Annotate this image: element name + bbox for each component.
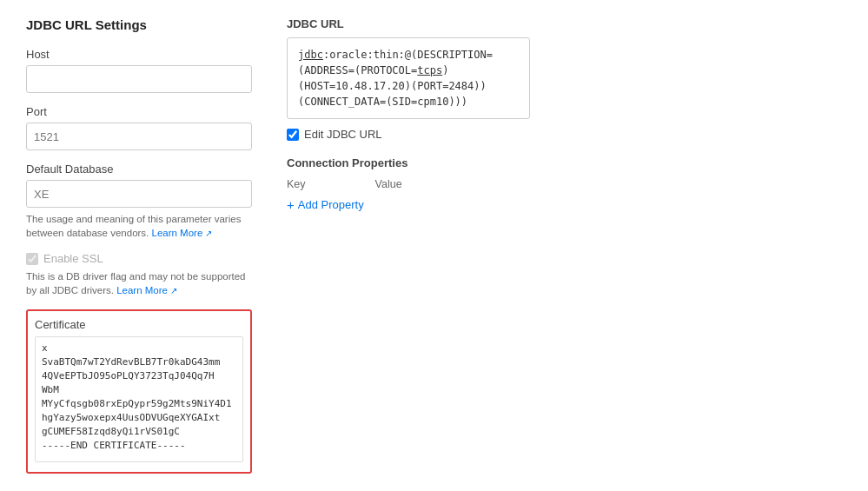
- key-col-header: Key: [287, 178, 306, 190]
- plus-icon: +: [287, 198, 295, 211]
- default-db-field-group: Default Database The usage and meaning o…: [26, 163, 252, 240]
- certificate-section: Certificate: [26, 309, 252, 474]
- props-header: Key Value: [287, 178, 842, 190]
- default-db-label: Default Database: [26, 163, 252, 176]
- edit-jdbc-checkbox[interactable]: [287, 129, 299, 141]
- ssl-hint-link[interactable]: Learn More: [116, 285, 177, 295]
- port-field-group: Port: [26, 105, 252, 150]
- host-field-group: Host: [26, 48, 252, 93]
- port-input[interactable]: [26, 123, 252, 150]
- db-hint: The usage and meaning of this parameter …: [26, 212, 252, 240]
- edit-jdbc-row: Edit JDBC URL: [287, 128, 842, 141]
- value-col-header: Value: [375, 178, 402, 190]
- certificate-textarea[interactable]: [35, 336, 243, 462]
- db-hint-link[interactable]: Learn More: [152, 228, 213, 238]
- certificate-label: Certificate: [35, 318, 243, 331]
- ssl-hint: This is a DB driver flag and may not be …: [26, 269, 252, 297]
- connection-properties-title: Connection Properties: [287, 156, 842, 169]
- edit-jdbc-label: Edit JDBC URL: [304, 128, 382, 141]
- host-label: Host: [26, 48, 252, 61]
- ssl-checkbox-row: Enable SSL: [26, 252, 252, 265]
- ssl-field-group: Enable SSL This is a DB driver flag and …: [26, 252, 252, 297]
- jdbc-url-display: jdbc:oracle:thin:@(DESCRIPTION=(ADDRESS=…: [287, 37, 530, 119]
- page-title: JDBC URL Settings: [26, 17, 252, 32]
- add-property-button[interactable]: + Add Property: [287, 196, 364, 214]
- ssl-label: Enable SSL: [43, 252, 103, 265]
- jdbc-url-section-title: JDBC URL: [287, 17, 842, 30]
- host-input[interactable]: [26, 65, 252, 93]
- add-property-label: Add Property: [298, 198, 364, 211]
- default-db-input[interactable]: [26, 180, 252, 208]
- port-label: Port: [26, 105, 252, 118]
- ssl-checkbox[interactable]: [26, 253, 38, 265]
